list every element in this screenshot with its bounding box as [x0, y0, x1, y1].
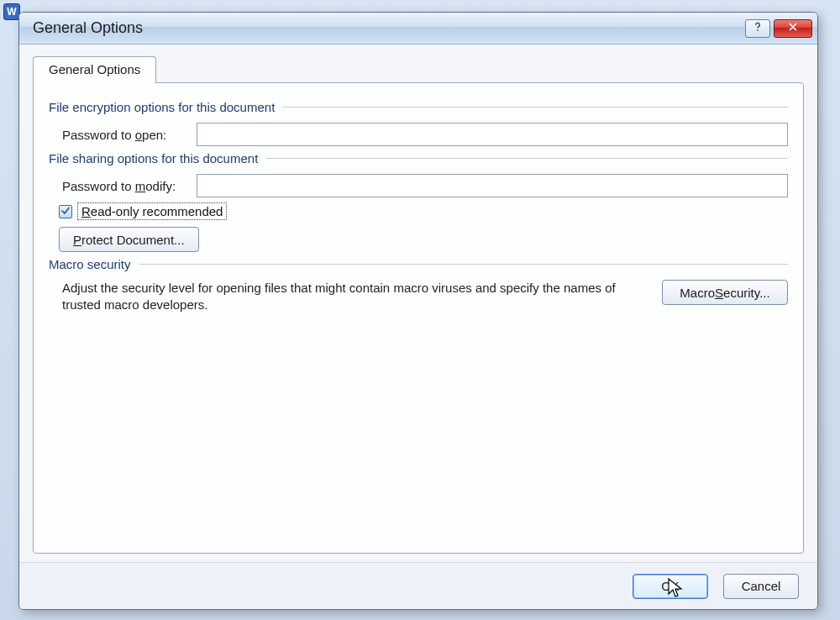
parent-app-icon: W	[3, 3, 20, 20]
password-open-label: Password to open:	[62, 128, 197, 142]
group-macro-security: Macro security	[49, 257, 788, 271]
tab-general-options[interactable]: General Options	[33, 56, 156, 83]
dialog-client-area: General Options File encryption options …	[19, 45, 817, 562]
password-modify-row: Password to modify:	[62, 174, 788, 197]
password-open-row: Password to open:	[62, 123, 788, 146]
help-button[interactable]	[745, 19, 770, 38]
macro-description: Adjust the security level for opening fi…	[62, 280, 648, 314]
password-modify-label: Password to modify:	[62, 179, 197, 193]
cancel-button[interactable]: Cancel	[723, 574, 799, 599]
dialog-title: General Options	[33, 19, 742, 37]
dialog-footer: OK Cancel	[19, 562, 817, 609]
protect-document-button[interactable]: Protect Document...	[59, 227, 199, 252]
macro-row: Adjust the security level for opening fi…	[62, 280, 788, 314]
close-button[interactable]	[774, 19, 812, 38]
macro-security-button[interactable]: Macro Security...	[662, 280, 788, 305]
close-icon	[787, 21, 799, 35]
group-file-sharing: File sharing options for this document	[49, 151, 788, 166]
tabstrip: General Options	[33, 56, 804, 82]
readonly-checkbox-row[interactable]: Read-only recommended	[59, 202, 788, 220]
dialog-titlebar: General Options	[19, 13, 817, 45]
group-file-encryption: File encryption options for this documen…	[49, 100, 788, 114]
check-icon	[60, 204, 71, 218]
protect-document-row: Protect Document...	[59, 227, 788, 252]
general-options-dialog: General Options General Options File enc…	[18, 12, 818, 610]
svg-point-0	[757, 29, 759, 31]
help-icon	[752, 21, 764, 35]
readonly-checkbox[interactable]	[59, 205, 72, 218]
password-modify-input[interactable]	[197, 174, 788, 197]
ok-button[interactable]: OK	[633, 574, 708, 599]
tab-panel: File encryption options for this documen…	[33, 82, 804, 554]
readonly-label: Read-only recommended	[77, 202, 227, 220]
password-open-input[interactable]	[197, 123, 788, 146]
